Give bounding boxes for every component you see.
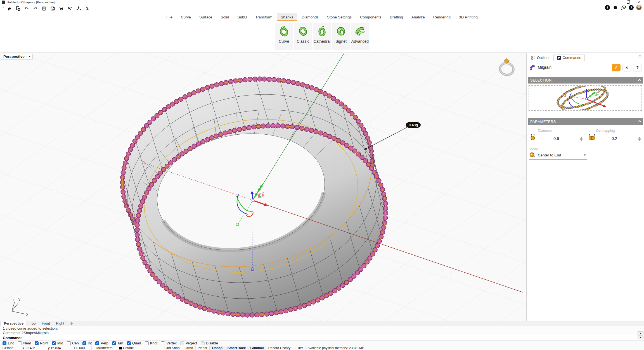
status-planar[interactable]: Planar [196,346,210,350]
help-button[interactable]: ? [633,64,642,71]
pan-viewports-icon[interactable] [70,322,73,325]
viewport-perspective[interactable]: Perspective 0.43g z y x [0,53,526,321]
menu-tab-subd[interactable]: SubD [234,13,250,21]
tab-commands[interactable]: Commands [553,54,585,61]
redo-icon[interactable] [32,6,38,11]
diameter-value[interactable]: 0.6 [529,136,583,141]
menu-tab-stone-settings[interactable]: Stone Settings [323,13,355,21]
viewport-tab-perspective[interactable]: Perspective [1,321,27,326]
parts-icon[interactable] [67,6,73,11]
save-icon[interactable] [41,6,47,11]
diameter-field[interactable]: Diameter 0.6 [529,129,583,142]
sketch-icon[interactable] [58,6,64,11]
menu-tab-shanks[interactable]: Shanks [277,13,297,21]
checkbox[interactable] [67,341,71,345]
osnap-knot[interactable]: Knot [145,341,158,345]
osnap-point[interactable]: Point [35,341,48,345]
status-cplane[interactable]: CPlane [0,346,16,350]
overlapping-field[interactable]: Overlapping 0.2 [588,129,641,142]
osnap-quad[interactable]: Quad [127,341,141,345]
extract-icon[interactable] [76,6,81,11]
osnap-perp[interactable]: Perp [95,341,108,345]
checkbox[interactable] [18,341,22,345]
viewport-tab-right[interactable]: Right [53,321,67,326]
checkbox[interactable] [201,341,205,345]
osnap-int[interactable]: Int [82,341,92,345]
tab-outliner[interactable]: Outliner [528,54,553,61]
toolbar-close-icon[interactable]: × [2,6,4,10]
menu-tab-rendering[interactable]: Rendering [430,13,454,21]
osnap-tan[interactable]: Tan [112,341,123,345]
gear-icon[interactable] [638,54,642,58]
mode-dropdown[interactable]: Center to End [529,152,587,159]
status-gumball[interactable]: Gumball [248,346,266,350]
minimize-button[interactable] [612,0,623,4]
menu-tab-curve[interactable]: Curve [177,13,195,21]
viewport-tab-top[interactable]: Top [27,321,39,326]
ribbon-item-signet[interactable]: Signet [332,23,350,50]
menu-tab-transform[interactable]: Transform [252,13,276,21]
menu-tab-diamonds[interactable]: Diamonds [298,13,322,21]
confirm-button[interactable]: ✓ [612,64,621,71]
osnap-cen[interactable]: Cen [67,341,79,345]
brand-swoosh-icon[interactable] [6,6,12,11]
diameter-spinner[interactable] [580,137,583,141]
status-grid-snap[interactable]: Grid Snap [162,346,182,350]
checkbox[interactable] [145,341,149,345]
checkbox[interactable] [35,341,39,345]
command-area[interactable]: 1 closed curve added to selection. Comma… [0,326,644,340]
overlapping-spinner[interactable] [638,137,641,141]
osnap-end[interactable]: End [3,341,14,345]
osnap-near[interactable]: Near [18,341,31,345]
ribbon-item-curve[interactable]: Curve [275,23,293,50]
menu-tab-analyze[interactable]: Analyze [408,13,428,21]
osnap-disable[interactable]: Disable [201,341,218,345]
academy-icon[interactable] [612,5,618,10]
status-layer[interactable]: Default [117,346,162,350]
flatten-icon[interactable] [84,6,90,11]
menu-tab-surface[interactable]: Surface [196,13,216,21]
parameters-header[interactable]: PARAMETERS [528,118,643,125]
restore-button[interactable] [623,0,633,4]
status-ortho[interactable]: Ortho [182,346,196,350]
status-record-history[interactable]: Record History [266,346,293,350]
menu-tab-3d-printing[interactable]: 3D Printing [455,13,481,21]
checkbox[interactable] [180,341,184,345]
info-icon[interactable]: i [605,5,610,10]
ribbon-item-cathedral[interactable]: Cathedral [313,23,331,50]
ribbon-item-classic[interactable]: Classic [294,23,312,50]
close-button[interactable] [633,0,644,4]
selection-header[interactable]: SELECTION [528,77,643,84]
status-filter[interactable]: Filter [293,346,306,350]
checkbox[interactable] [95,341,99,345]
viewport-tab-front[interactable]: Front [39,321,53,326]
osnap-project[interactable]: Project [180,341,197,345]
menu-tab-file[interactable]: File [163,13,176,21]
viewport-title[interactable]: Perspective [1,54,33,59]
checkbox[interactable] [3,341,6,345]
checkbox[interactable] [112,341,116,345]
undo-icon[interactable] [24,6,29,11]
osnap-vertex[interactable]: Vertex [161,341,177,345]
viewport-menu-dropdown[interactable] [27,55,32,58]
command-prompt[interactable]: Command: [0,335,644,340]
chat-icon[interactable] [621,5,626,10]
menu-tab-solid[interactable]: Solid [217,13,233,21]
status-osnap[interactable]: Osnap [210,346,225,350]
overlapping-value[interactable]: 0.2 [588,136,641,141]
help-icon[interactable]: ? [629,5,634,10]
command-scroll-down-button[interactable] [638,335,643,339]
osnap-mid[interactable]: Mid [52,341,63,345]
checkbox[interactable] [127,341,131,345]
save-incremental-icon[interactable] [50,6,55,11]
user-avatar[interactable] [636,5,642,10]
file-recent-icon[interactable] [15,6,21,11]
checkbox[interactable] [161,341,165,345]
command-scroll-up-button[interactable] [638,331,643,335]
menu-tab-drafting[interactable]: Drafting [386,13,406,21]
status-units[interactable]: Millimeters [92,346,117,350]
status-smarttrack[interactable]: SmartTrack [225,346,248,350]
menu-tab-components[interactable]: Components [356,13,385,21]
checkbox[interactable] [52,341,56,345]
ribbon-item-advanced[interactable]: Advanced [351,23,369,50]
